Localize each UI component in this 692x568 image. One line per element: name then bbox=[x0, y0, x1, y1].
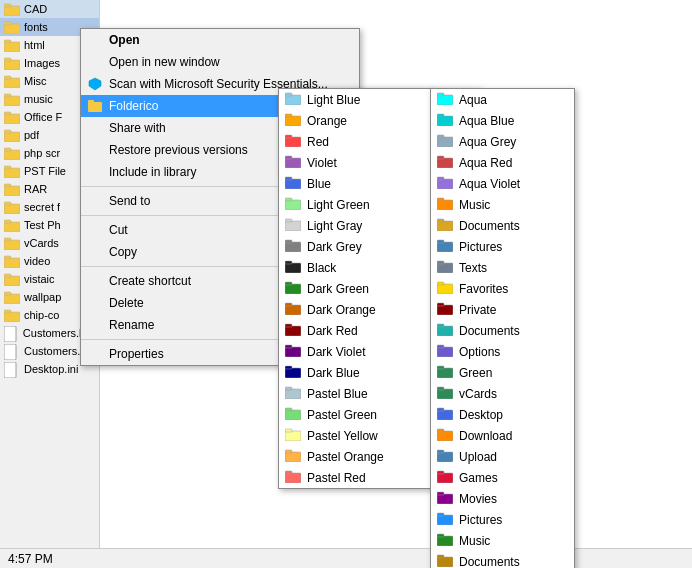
svg-rect-10 bbox=[4, 96, 20, 106]
folderico-icon bbox=[85, 98, 105, 114]
sidebar-item-label: Test Ph bbox=[24, 219, 61, 231]
color-item[interactable]: Red bbox=[279, 131, 432, 152]
svg-rect-9 bbox=[4, 76, 11, 79]
svg-rect-109 bbox=[437, 387, 444, 390]
svg-rect-98 bbox=[437, 284, 453, 294]
context-menu-item[interactable]: Open bbox=[81, 29, 359, 51]
menu-item-icon bbox=[85, 222, 105, 238]
color-item[interactable]: Favorites bbox=[431, 278, 574, 299]
color-folder-icon bbox=[285, 280, 301, 297]
color-label: Pastel Red bbox=[307, 471, 366, 485]
color-item[interactable]: Documents bbox=[431, 551, 574, 568]
color-item[interactable]: Documents bbox=[431, 320, 574, 341]
color-item[interactable]: Green bbox=[431, 362, 574, 383]
svg-rect-45 bbox=[285, 114, 292, 117]
color-item[interactable]: Private bbox=[431, 299, 574, 320]
color-item[interactable]: Dark Orange bbox=[279, 299, 432, 320]
svg-rect-46 bbox=[285, 137, 301, 147]
svg-rect-38 bbox=[4, 362, 16, 378]
color-label: Dark Blue bbox=[307, 366, 360, 380]
color-item[interactable]: Dark Grey bbox=[279, 236, 432, 257]
sidebar-item-label: pdf bbox=[24, 129, 39, 141]
svg-rect-64 bbox=[285, 326, 301, 336]
svg-rect-74 bbox=[285, 431, 301, 441]
svg-rect-3 bbox=[4, 22, 11, 25]
svg-rect-44 bbox=[285, 116, 301, 126]
color-item[interactable]: Pastel Green bbox=[279, 404, 432, 425]
color-item[interactable]: Pastel Orange bbox=[279, 446, 432, 467]
color-item[interactable]: Texts bbox=[431, 257, 574, 278]
color-item[interactable]: Options bbox=[431, 341, 574, 362]
color-folder-icon bbox=[437, 343, 453, 360]
color-item[interactable]: Aqua Grey bbox=[431, 131, 574, 152]
color-item[interactable]: Aqua Red bbox=[431, 152, 574, 173]
color-item[interactable]: Light Gray bbox=[279, 215, 432, 236]
svg-rect-62 bbox=[285, 305, 301, 315]
color-folder-icon bbox=[437, 448, 453, 465]
color-label: Orange bbox=[307, 114, 347, 128]
svg-rect-19 bbox=[4, 166, 11, 169]
color-label: Pictures bbox=[459, 240, 502, 254]
color-item[interactable]: Pastel Yellow bbox=[279, 425, 432, 446]
color-item[interactable]: Aqua bbox=[431, 89, 574, 110]
color-item[interactable]: Light Green bbox=[279, 194, 432, 215]
color-item[interactable]: Blue bbox=[279, 173, 432, 194]
color-item[interactable]: Pictures bbox=[431, 236, 574, 257]
svg-rect-119 bbox=[437, 492, 444, 495]
color-item[interactable]: Games bbox=[431, 467, 574, 488]
svg-rect-115 bbox=[437, 450, 444, 453]
menu-item-label: Properties bbox=[109, 347, 164, 361]
svg-rect-48 bbox=[285, 158, 301, 168]
sidebar-item-label: Office F bbox=[24, 111, 62, 123]
color-item[interactable]: Upload bbox=[431, 446, 574, 467]
svg-rect-53 bbox=[285, 198, 292, 201]
sidebar-item-label: vCards bbox=[24, 237, 59, 249]
svg-rect-72 bbox=[285, 410, 301, 420]
svg-rect-93 bbox=[437, 219, 444, 222]
svg-rect-83 bbox=[437, 114, 444, 117]
color-item[interactable]: Black bbox=[279, 257, 432, 278]
sidebar-item-label: Desktop.ini bbox=[24, 363, 78, 375]
color-item[interactable]: Pastel Blue bbox=[279, 383, 432, 404]
color-item[interactable]: Aqua Violet bbox=[431, 173, 574, 194]
color-item[interactable]: Documents bbox=[431, 215, 574, 236]
color-item[interactable]: Light Blue bbox=[279, 89, 432, 110]
color-item[interactable]: Aqua Blue bbox=[431, 110, 574, 131]
svg-rect-40 bbox=[88, 102, 102, 112]
color-item[interactable]: Dark Green bbox=[279, 278, 432, 299]
sidebar-item[interactable]: CAD bbox=[0, 0, 99, 18]
color-item[interactable]: Music bbox=[431, 194, 574, 215]
color-item[interactable]: Dark Blue bbox=[279, 362, 432, 383]
color-item[interactable]: Download bbox=[431, 425, 574, 446]
color-item[interactable]: Desktop bbox=[431, 404, 574, 425]
svg-rect-84 bbox=[437, 137, 453, 147]
svg-rect-30 bbox=[4, 276, 20, 286]
color-label: Light Gray bbox=[307, 219, 362, 233]
folder-icon bbox=[4, 74, 20, 88]
svg-rect-116 bbox=[437, 473, 453, 483]
svg-rect-11 bbox=[4, 94, 11, 97]
color-item[interactable]: Dark Red bbox=[279, 320, 432, 341]
svg-rect-23 bbox=[4, 202, 11, 205]
svg-rect-66 bbox=[285, 347, 301, 357]
context-menu-item[interactable]: Open in new window bbox=[81, 51, 359, 73]
color-folder-icon bbox=[285, 406, 301, 423]
color-label: Dark Orange bbox=[307, 303, 376, 317]
color-item[interactable]: Movies bbox=[431, 488, 574, 509]
color-item[interactable]: Violet bbox=[279, 152, 432, 173]
color-item[interactable]: Pastel Red bbox=[279, 467, 432, 488]
color-item[interactable]: Dark Violet bbox=[279, 341, 432, 362]
svg-rect-52 bbox=[285, 200, 301, 210]
color-folder-icon bbox=[285, 217, 301, 234]
sidebar-item-label: fonts bbox=[24, 21, 48, 33]
color-item[interactable]: Orange bbox=[279, 110, 432, 131]
svg-rect-100 bbox=[437, 305, 453, 315]
color-folder-icon bbox=[285, 112, 301, 129]
svg-rect-99 bbox=[437, 282, 444, 285]
svg-rect-32 bbox=[4, 294, 20, 304]
svg-rect-25 bbox=[4, 220, 11, 223]
color-item[interactable]: Music bbox=[431, 530, 574, 551]
color-item[interactable]: vCards bbox=[431, 383, 574, 404]
color-label: vCards bbox=[459, 387, 497, 401]
color-item[interactable]: Pictures bbox=[431, 509, 574, 530]
